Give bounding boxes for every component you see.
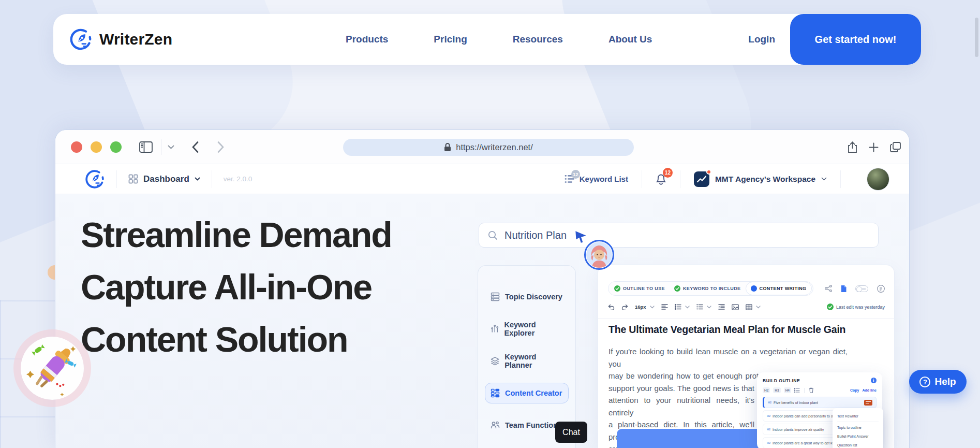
indent-icon[interactable]: [718, 304, 725, 310]
copy-button[interactable]: Copy: [850, 388, 859, 392]
sidebar-item-keyword-planner[interactable]: Keyword Planner: [485, 351, 569, 371]
lock-icon: [444, 143, 451, 152]
nav-link-products[interactable]: Products: [346, 34, 388, 45]
collaborator-avatar: [584, 240, 614, 270]
dashboard-menu-trigger[interactable]: Dashboard: [128, 174, 200, 184]
collaborator-cursor: [575, 230, 614, 270]
editor-status-row: OUTLINE TO USE KEYWORD TO INCLUDE CONTEN…: [608, 281, 885, 296]
sidebar-item-keyword-explorer[interactable]: Keyword Explorer: [485, 319, 569, 339]
h4-button[interactable]: H4: [784, 387, 791, 393]
heading-tag: H2: [768, 401, 771, 404]
keyword-list-badge: 12: [571, 170, 580, 179]
keyword-list-button[interactable]: 12 Keyword List: [565, 175, 628, 183]
chevron-down-icon[interactable]: [650, 306, 655, 309]
sidebar-item-content-creator[interactable]: Content Creator: [485, 383, 569, 403]
menu-item-bullet-point-answer[interactable]: Bullet-Point Answer: [837, 432, 879, 441]
last-edit-text: Last edit was yesterday: [836, 305, 885, 310]
font-size-select[interactable]: 16px: [635, 304, 646, 310]
close-window-button[interactable]: [71, 141, 82, 153]
outline-item-text: Five benefits of indoor plant: [774, 401, 818, 404]
outline-item[interactable]: H2 Five benefits of indoor plant: [763, 397, 877, 408]
keyword-explorer-icon: [491, 324, 499, 334]
circled-doc-icon[interactable]: [877, 285, 885, 293]
content-writing-badge[interactable]: CONTENT WRITING: [746, 282, 812, 295]
h3-button[interactable]: H3: [773, 387, 780, 393]
info-icon[interactable]: [871, 378, 877, 383]
back-button[interactable]: [192, 141, 199, 153]
help-button[interactable]: ? Help: [909, 370, 967, 394]
pointer-cursor-icon: [575, 230, 587, 243]
add-line-button[interactable]: Add line: [862, 388, 877, 392]
undo-icon[interactable]: [608, 304, 615, 310]
nav-link-pricing[interactable]: Pricing: [434, 34, 467, 45]
heading-tag: H2: [767, 441, 770, 444]
menu-item-text-rewriter[interactable]: Text Rewriter: [837, 412, 879, 421]
divider: [680, 170, 680, 188]
question-mark-icon: ?: [919, 377, 930, 387]
writerzen-app-logo-icon[interactable]: [84, 169, 105, 190]
notifications-button[interactable]: 12: [656, 173, 666, 185]
hero-heading-line: Capture All-in-One: [81, 261, 392, 313]
nav-link-about-us[interactable]: About Us: [608, 34, 652, 45]
workspace-alert-dot: [706, 169, 711, 175]
app-version: ver. 2.0.0: [224, 175, 253, 183]
user-avatar[interactable]: [867, 168, 889, 191]
zoom-window-button[interactable]: [110, 141, 122, 153]
team-function-icon: [491, 421, 500, 430]
document-body-line: attention to your nutritional needs, it'…: [608, 394, 754, 418]
outline-to-use-badge[interactable]: OUTLINE TO USE: [610, 285, 670, 292]
workspace-name: MMT Agency's Workspace: [715, 175, 815, 184]
page-scrollbar-thumb[interactable]: [975, 18, 978, 57]
image-icon[interactable]: [732, 304, 739, 310]
content-creator-icon: [491, 388, 500, 398]
share-icon[interactable]: [848, 141, 857, 153]
sidebar-item-label: Team Function: [505, 421, 558, 429]
align-left-icon[interactable]: [661, 304, 668, 310]
chevron-down-icon[interactable]: [685, 306, 690, 309]
badge-label: OUTLINE TO USE: [623, 286, 665, 291]
search-input[interactable]: [504, 229, 815, 241]
keyword-to-include-badge[interactable]: KEYWORD TO INCLUDE: [670, 285, 746, 292]
h2-flag-badge[interactable]: [864, 400, 872, 406]
document-icon[interactable]: [841, 285, 847, 292]
minimize-window-button[interactable]: [91, 141, 102, 153]
keyword-list-icon: 12: [565, 175, 575, 183]
tab-overview-icon[interactable]: [890, 142, 901, 152]
chevron-down-icon[interactable]: [168, 145, 174, 149]
workspace-switcher[interactable]: MMT Agency's Workspace: [694, 171, 827, 187]
dashboard-label: Dashboard: [143, 174, 189, 184]
badge-label: KEYWORD TO INCLUDE: [683, 286, 741, 291]
share-nodes-icon[interactable]: [825, 285, 832, 292]
address-bar[interactable]: https://writerzen.net/: [343, 139, 634, 156]
chevron-down-icon[interactable]: [707, 306, 711, 309]
keyword-planner-icon: [491, 356, 499, 366]
search-bar: [479, 223, 879, 248]
nav-link-resources[interactable]: Resources: [513, 34, 563, 45]
table-icon[interactable]: [746, 304, 752, 310]
forward-button[interactable]: [217, 141, 224, 153]
sidebar-item-topic-discovery[interactable]: Topic Discovery: [485, 286, 569, 307]
numbered-list-icon[interactable]: [696, 304, 703, 310]
workspace-icon: [694, 171, 709, 187]
h2-button[interactable]: H2: [763, 387, 770, 393]
list-icon[interactable]: [794, 388, 800, 393]
writerzen-logo-icon: [69, 27, 93, 51]
help-label: Help: [934, 376, 956, 387]
trash-icon[interactable]: [809, 387, 814, 393]
menu-item-topic-to-outline[interactable]: Topic to outline: [837, 423, 879, 432]
sidebar-toggle-icon[interactable]: [139, 141, 153, 153]
brand[interactable]: WriterZen: [69, 27, 172, 51]
chevron-down-icon: [195, 177, 200, 181]
login-link[interactable]: Login: [748, 34, 775, 45]
document-title: The Ultimate Vegetarian Meal Plan for Mu…: [608, 324, 845, 336]
chat-tooltip[interactable]: Chat: [555, 422, 587, 443]
divider: [212, 170, 212, 188]
menu-item-question-list[interactable]: Question list: [837, 441, 879, 448]
redo-icon[interactable]: [621, 304, 628, 310]
toggle-switch[interactable]: [855, 285, 868, 292]
bullet-list-icon[interactable]: [675, 304, 681, 310]
new-tab-icon[interactable]: [869, 142, 879, 152]
chevron-down-icon[interactable]: [756, 306, 761, 309]
get-started-button[interactable]: Get started now!: [790, 14, 921, 65]
document-body-line: If you're looking to build lean muscle o…: [608, 345, 848, 370]
